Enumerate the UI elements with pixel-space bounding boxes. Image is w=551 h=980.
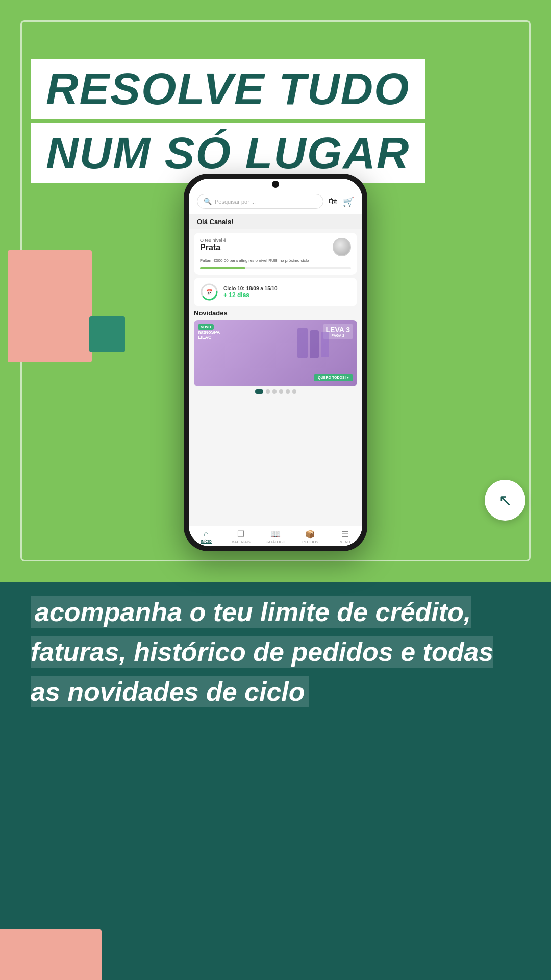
cycle-svg: 📅 [200,283,218,301]
dot-2[interactable] [266,389,270,394]
hero-line1-text: RESOLVE TUDO [46,63,410,114]
cycle-title: Ciclo 10: 18/09 a 15/10 [223,286,278,291]
nav-item-menu[interactable]: ☰ MENU [328,529,362,544]
dot-4[interactable] [279,389,283,394]
progress-bar-container [200,267,351,270]
dot-3[interactable] [272,389,277,394]
nav-icon-materiais: ❐ [237,529,244,539]
novidades-section: Novidades NOVO natNoSPA LILAC LEVA 3 PAG… [189,309,362,394]
novidades-banner[interactable]: NOVO natNoSPA LILAC LEVA 3 PAGA 2 QUERO … [194,320,357,386]
level-info: O teu nível é Prata [200,238,226,252]
dot-6[interactable] [292,389,296,394]
app-greeting: Olá Canais! [189,214,362,229]
phone-screen: 🔍 Pesquisar por ... 🛍 🛒 Olá Canais! O te… [189,179,362,546]
nav-icon-catalogo: 📖 [270,529,281,539]
nav-item-materiais[interactable]: ❐ MATERIAIS [223,529,258,544]
nav-item-pedidos[interactable]: 📦 PEDIDOS [293,529,328,544]
wishlist-icon[interactable]: 🛍 [329,196,338,207]
decorative-shape-pink [8,250,92,362]
phone-frame: 🔍 Pesquisar por ... 🛍 🛒 Olá Canais! O te… [184,174,367,551]
nav-item-catalogo[interactable]: 📖 CATÁLOGO [258,529,293,544]
search-bar[interactable]: 🔍 Pesquisar por ... [197,194,323,209]
dot-1[interactable] [255,389,263,394]
bottom-nav: ⌂ INÍCIO ❐ MATERIAIS 📖 CATÁLOGO 📦 PEDIDO… [189,526,362,546]
novidades-title: Novidades [194,309,357,317]
banner-promo-leva: LEVA 3 [326,326,350,334]
nav-label-catalogo: CATÁLOGO [266,540,285,544]
nav-icon-inicio: ⌂ [204,529,209,538]
nav-label-inicio: INÍCIO [201,540,211,544]
nav-label-materiais: MATERIAIS [231,540,250,544]
decorative-shape-pink-bottom [0,929,102,980]
nav-label-menu: MENU [340,540,350,544]
hero-text-block: RESOLVE TUDO NUM SÓ LUGAR [31,59,425,183]
cycle-card: 📅 Ciclo 10: 18/09 a 15/10 + 12 dias [194,278,357,306]
decorative-shape-green [89,316,125,352]
level-progress-text: Faltam €300.00 para atingires o nível RU… [200,258,351,263]
banner-brand-line2: LILAC [198,335,220,340]
phone-mockup: 🔍 Pesquisar por ... 🛍 🛒 Olá Canais! O te… [184,174,367,551]
level-badge-silver [333,238,351,256]
cycle-days: + 12 dias [223,291,278,299]
banner-btn[interactable]: QUERO TODOS! ▸ [314,374,353,381]
dot-5[interactable] [286,389,290,394]
nav-icon-menu: ☰ [341,529,348,539]
nav-icon-pedidos: 📦 [305,529,315,539]
level-header: O teu nível é Prata [200,238,351,256]
app-body: O teu nível é Prata Faltam €300.00 para … [189,229,362,526]
nav-label-pedidos: PEDIDOS [302,540,318,544]
bottom-caption: acompanha o teu limite de crédito, fatur… [31,596,493,707]
banner-badge-novo: NOVO [198,324,214,330]
cycle-icon: 📅 [200,283,218,301]
cycle-info: Ciclo 10: 18/09 a 15/10 + 12 dias [223,286,278,299]
level-title: O teu nível é [200,238,226,243]
banner-products [297,328,329,358]
banner-dots [194,389,357,394]
search-input-placeholder: Pesquisar por ... [215,199,256,205]
banner-brand: natNoSPA LILAC [198,330,220,340]
progress-bar-fill [200,267,245,270]
level-card: O teu nível é Prata Faltam €300.00 para … [194,233,357,275]
nav-item-inicio[interactable]: ⌂ INÍCIO [189,529,223,544]
cursor-icon: ↖ [498,491,512,510]
cursor-button[interactable]: ↖ [485,480,525,521]
level-name: Prata [200,243,226,252]
search-icon: 🔍 [204,198,212,205]
banner-promo-paga: PAGA 2 [326,334,350,337]
phone-notch [272,181,279,188]
svg-text:📅: 📅 [206,289,213,296]
bottom-text-block: acompanha o teu limite de crédito, fatur… [31,592,520,712]
cart-icon[interactable]: 🛒 [343,196,354,207]
hero-line2-text: NUM SÓ LUGAR [46,128,410,178]
greeting-text: Olá Canais! [197,218,234,226]
